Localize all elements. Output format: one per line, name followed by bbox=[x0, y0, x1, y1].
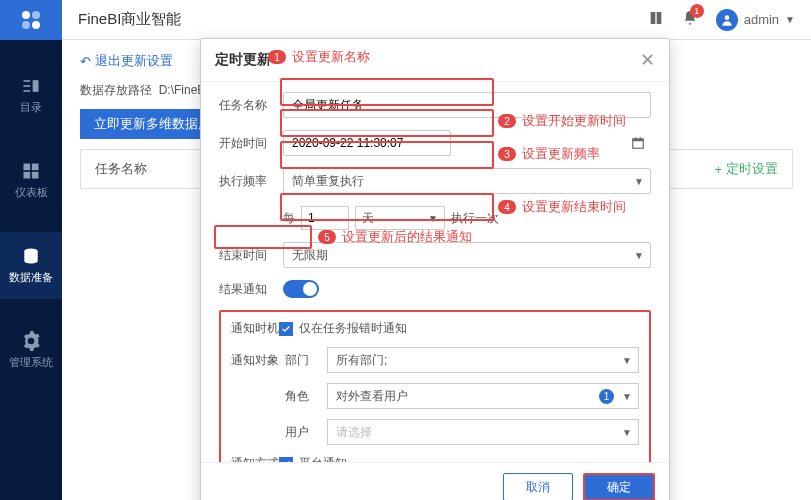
svg-rect-7 bbox=[33, 80, 39, 92]
end-time-label: 结束时间 bbox=[219, 247, 275, 264]
svg-point-3 bbox=[32, 21, 40, 29]
svg-rect-16 bbox=[635, 137, 636, 139]
ok-button[interactable]: 确定 bbox=[583, 473, 655, 500]
col-task-name: 任务名称 bbox=[95, 160, 147, 178]
frequency-unit-select[interactable]: 天 ▼ bbox=[355, 206, 445, 230]
svg-rect-15 bbox=[633, 139, 644, 141]
notify-method-label: 通知方式 bbox=[231, 455, 279, 462]
chevron-down-icon: ▼ bbox=[634, 176, 644, 187]
avatar bbox=[716, 9, 738, 31]
method-platform-checkbox[interactable] bbox=[279, 457, 293, 463]
topbar-actions: 1 admin ▼ bbox=[648, 9, 795, 31]
plus-icon: + bbox=[714, 162, 722, 177]
svg-point-1 bbox=[32, 11, 40, 19]
sidebar-item-dashboard[interactable]: 仪表板 bbox=[0, 147, 62, 214]
chevron-down-icon: ▼ bbox=[428, 213, 438, 224]
start-time-input[interactable] bbox=[283, 130, 451, 156]
svg-rect-5 bbox=[24, 85, 31, 87]
sidebar-label: 管理系统 bbox=[9, 355, 53, 370]
svg-rect-10 bbox=[24, 172, 31, 179]
chevron-down-icon: ▼ bbox=[622, 427, 632, 438]
svg-rect-11 bbox=[32, 172, 39, 179]
role-label: 角色 bbox=[285, 388, 327, 405]
task-name-label: 任务名称 bbox=[219, 97, 275, 114]
frequency-select[interactable]: 简单重复执行▼ bbox=[283, 168, 651, 194]
dept-label: 部门 bbox=[285, 352, 327, 369]
notify-on-error-checkbox[interactable] bbox=[279, 322, 293, 336]
sidebar-label: 目录 bbox=[20, 100, 42, 115]
svg-rect-17 bbox=[640, 137, 641, 139]
app-title: FineBI商业智能 bbox=[78, 10, 181, 29]
svg-rect-8 bbox=[24, 164, 31, 171]
notify-target-label: 通知对象 bbox=[231, 352, 279, 369]
svg-rect-4 bbox=[24, 80, 31, 82]
frequency-detail: 每 天 ▼ 执行一次 bbox=[283, 206, 651, 230]
modal-title: 定时更新 bbox=[215, 51, 271, 69]
dept-select[interactable]: 所有部门;▼ bbox=[327, 347, 639, 373]
svg-rect-14 bbox=[633, 139, 644, 148]
sidebar-item-directory[interactable]: 目录 bbox=[0, 62, 62, 129]
notify-timing-label: 通知时机 bbox=[231, 320, 279, 337]
app-logo bbox=[0, 0, 62, 40]
sidebar-label: 数据准备 bbox=[9, 270, 53, 285]
book-icon[interactable] bbox=[648, 10, 664, 30]
back-arrow-icon: ↶ bbox=[80, 54, 91, 69]
chevron-down-icon: ▼ bbox=[622, 355, 632, 366]
calendar-icon bbox=[631, 136, 645, 150]
username: admin bbox=[744, 12, 779, 27]
svg-point-0 bbox=[22, 11, 30, 19]
close-icon[interactable]: ✕ bbox=[640, 49, 655, 71]
start-time-label: 开始时间 bbox=[219, 135, 275, 152]
add-schedule-button[interactable]: + 定时设置 bbox=[714, 160, 778, 178]
frequency-number-input[interactable] bbox=[301, 206, 349, 230]
notifications-button[interactable]: 1 bbox=[682, 10, 698, 30]
role-count-badge: 1 bbox=[599, 389, 614, 404]
notification-badge: 1 bbox=[690, 4, 704, 18]
user-menu[interactable]: admin ▼ bbox=[716, 9, 795, 31]
topbar: FineBI商业智能 1 admin ▼ bbox=[62, 0, 811, 40]
task-name-input[interactable] bbox=[283, 92, 651, 118]
notify-settings-group: 通知时机 仅在任务报错时通知 通知对象 部门 所有部门;▼ 角色 对外查看用户 … bbox=[219, 310, 651, 462]
sidebar-item-data-prep[interactable]: 数据准备 bbox=[0, 232, 62, 299]
user-select[interactable]: 请选择▼ bbox=[327, 419, 639, 445]
end-time-select[interactable]: 无限期▼ bbox=[283, 242, 651, 268]
chevron-down-icon: ▼ bbox=[634, 250, 644, 261]
svg-point-13 bbox=[724, 15, 729, 20]
svg-point-2 bbox=[22, 21, 30, 29]
result-notify-toggle[interactable] bbox=[283, 280, 319, 298]
user-label: 用户 bbox=[285, 424, 327, 441]
chevron-down-icon: ▼ bbox=[785, 14, 795, 25]
svg-rect-9 bbox=[32, 164, 39, 171]
frequency-label: 执行频率 bbox=[219, 173, 275, 190]
sidebar-label: 仪表板 bbox=[15, 185, 48, 200]
chevron-down-icon: ▼ bbox=[622, 391, 632, 402]
schedule-update-modal: 定时更新 ✕ 任务名称 开始时间 执行频率 简单重复执行▼ 每 天 ▼ bbox=[200, 38, 670, 500]
sidebar: 目录 仪表板 数据准备 管理系统 bbox=[0, 0, 62, 500]
modal-body: 任务名称 开始时间 执行频率 简单重复执行▼ 每 天 ▼ 执行一次 bbox=[201, 82, 669, 462]
role-select[interactable]: 对外查看用户 1 ▼ bbox=[327, 383, 639, 409]
cancel-button[interactable]: 取消 bbox=[503, 473, 573, 500]
result-notify-label: 结果通知 bbox=[219, 281, 275, 298]
svg-rect-6 bbox=[24, 90, 31, 92]
sidebar-item-admin[interactable]: 管理系统 bbox=[0, 317, 62, 384]
modal-footer: 取消 确定 bbox=[201, 462, 669, 500]
modal-header: 定时更新 ✕ bbox=[201, 39, 669, 82]
